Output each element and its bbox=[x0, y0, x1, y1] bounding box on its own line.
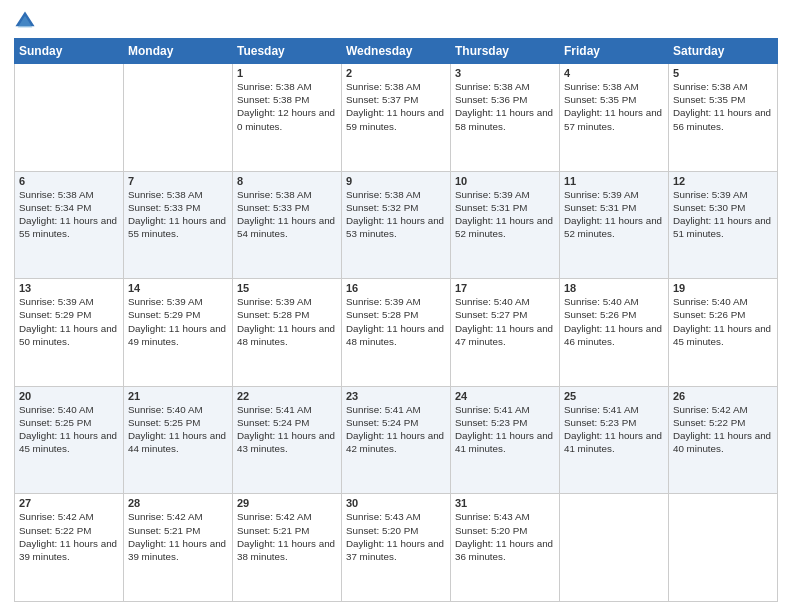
day-info: Sunrise: 5:42 AMSunset: 5:21 PMDaylight:… bbox=[237, 510, 337, 563]
day-number: 19 bbox=[673, 282, 773, 294]
calendar-cell: 21Sunrise: 5:40 AMSunset: 5:25 PMDayligh… bbox=[124, 386, 233, 494]
day-info: Sunrise: 5:39 AMSunset: 5:30 PMDaylight:… bbox=[673, 188, 773, 241]
calendar-week-5: 27Sunrise: 5:42 AMSunset: 5:22 PMDayligh… bbox=[15, 494, 778, 602]
day-info: Sunrise: 5:39 AMSunset: 5:31 PMDaylight:… bbox=[455, 188, 555, 241]
day-number: 15 bbox=[237, 282, 337, 294]
calendar-cell: 22Sunrise: 5:41 AMSunset: 5:24 PMDayligh… bbox=[233, 386, 342, 494]
day-info: Sunrise: 5:38 AMSunset: 5:35 PMDaylight:… bbox=[673, 80, 773, 133]
day-number: 18 bbox=[564, 282, 664, 294]
calendar-cell: 3Sunrise: 5:38 AMSunset: 5:36 PMDaylight… bbox=[451, 64, 560, 172]
calendar-cell: 6Sunrise: 5:38 AMSunset: 5:34 PMDaylight… bbox=[15, 171, 124, 279]
day-info: Sunrise: 5:38 AMSunset: 5:33 PMDaylight:… bbox=[237, 188, 337, 241]
calendar-cell: 27Sunrise: 5:42 AMSunset: 5:22 PMDayligh… bbox=[15, 494, 124, 602]
day-number: 11 bbox=[564, 175, 664, 187]
day-info: Sunrise: 5:43 AMSunset: 5:20 PMDaylight:… bbox=[455, 510, 555, 563]
day-info: Sunrise: 5:40 AMSunset: 5:25 PMDaylight:… bbox=[128, 403, 228, 456]
day-number: 26 bbox=[673, 390, 773, 402]
day-number: 30 bbox=[346, 497, 446, 509]
day-info: Sunrise: 5:42 AMSunset: 5:22 PMDaylight:… bbox=[673, 403, 773, 456]
day-info: Sunrise: 5:38 AMSunset: 5:37 PMDaylight:… bbox=[346, 80, 446, 133]
day-number: 21 bbox=[128, 390, 228, 402]
logo bbox=[14, 10, 40, 32]
day-number: 6 bbox=[19, 175, 119, 187]
calendar-cell: 7Sunrise: 5:38 AMSunset: 5:33 PMDaylight… bbox=[124, 171, 233, 279]
calendar-cell: 10Sunrise: 5:39 AMSunset: 5:31 PMDayligh… bbox=[451, 171, 560, 279]
day-number: 24 bbox=[455, 390, 555, 402]
calendar-cell: 24Sunrise: 5:41 AMSunset: 5:23 PMDayligh… bbox=[451, 386, 560, 494]
day-info: Sunrise: 5:43 AMSunset: 5:20 PMDaylight:… bbox=[346, 510, 446, 563]
day-number: 25 bbox=[564, 390, 664, 402]
page: SundayMondayTuesdayWednesdayThursdayFrid… bbox=[0, 0, 792, 612]
calendar-cell: 2Sunrise: 5:38 AMSunset: 5:37 PMDaylight… bbox=[342, 64, 451, 172]
calendar-cell: 16Sunrise: 5:39 AMSunset: 5:28 PMDayligh… bbox=[342, 279, 451, 387]
calendar-cell: 30Sunrise: 5:43 AMSunset: 5:20 PMDayligh… bbox=[342, 494, 451, 602]
calendar-cell: 14Sunrise: 5:39 AMSunset: 5:29 PMDayligh… bbox=[124, 279, 233, 387]
day-number: 28 bbox=[128, 497, 228, 509]
day-number: 7 bbox=[128, 175, 228, 187]
day-header-sunday: Sunday bbox=[15, 39, 124, 64]
day-number: 12 bbox=[673, 175, 773, 187]
day-number: 13 bbox=[19, 282, 119, 294]
day-number: 4 bbox=[564, 67, 664, 79]
day-info: Sunrise: 5:38 AMSunset: 5:35 PMDaylight:… bbox=[564, 80, 664, 133]
calendar-cell: 8Sunrise: 5:38 AMSunset: 5:33 PMDaylight… bbox=[233, 171, 342, 279]
day-info: Sunrise: 5:40 AMSunset: 5:26 PMDaylight:… bbox=[564, 295, 664, 348]
calendar-cell: 25Sunrise: 5:41 AMSunset: 5:23 PMDayligh… bbox=[560, 386, 669, 494]
day-info: Sunrise: 5:40 AMSunset: 5:25 PMDaylight:… bbox=[19, 403, 119, 456]
calendar-week-2: 6Sunrise: 5:38 AMSunset: 5:34 PMDaylight… bbox=[15, 171, 778, 279]
calendar-header-row: SundayMondayTuesdayWednesdayThursdayFrid… bbox=[15, 39, 778, 64]
calendar-table: SundayMondayTuesdayWednesdayThursdayFrid… bbox=[14, 38, 778, 602]
calendar-week-1: 1Sunrise: 5:38 AMSunset: 5:38 PMDaylight… bbox=[15, 64, 778, 172]
calendar-week-4: 20Sunrise: 5:40 AMSunset: 5:25 PMDayligh… bbox=[15, 386, 778, 494]
calendar-cell: 26Sunrise: 5:42 AMSunset: 5:22 PMDayligh… bbox=[669, 386, 778, 494]
calendar-cell: 5Sunrise: 5:38 AMSunset: 5:35 PMDaylight… bbox=[669, 64, 778, 172]
day-info: Sunrise: 5:41 AMSunset: 5:23 PMDaylight:… bbox=[564, 403, 664, 456]
day-number: 29 bbox=[237, 497, 337, 509]
day-header-wednesday: Wednesday bbox=[342, 39, 451, 64]
day-info: Sunrise: 5:38 AMSunset: 5:36 PMDaylight:… bbox=[455, 80, 555, 133]
day-header-friday: Friday bbox=[560, 39, 669, 64]
calendar-cell: 15Sunrise: 5:39 AMSunset: 5:28 PMDayligh… bbox=[233, 279, 342, 387]
day-info: Sunrise: 5:39 AMSunset: 5:28 PMDaylight:… bbox=[346, 295, 446, 348]
day-info: Sunrise: 5:39 AMSunset: 5:29 PMDaylight:… bbox=[128, 295, 228, 348]
day-info: Sunrise: 5:38 AMSunset: 5:38 PMDaylight:… bbox=[237, 80, 337, 133]
day-header-saturday: Saturday bbox=[669, 39, 778, 64]
day-number: 10 bbox=[455, 175, 555, 187]
day-number: 8 bbox=[237, 175, 337, 187]
calendar-cell: 20Sunrise: 5:40 AMSunset: 5:25 PMDayligh… bbox=[15, 386, 124, 494]
day-number: 23 bbox=[346, 390, 446, 402]
day-header-monday: Monday bbox=[124, 39, 233, 64]
day-info: Sunrise: 5:39 AMSunset: 5:28 PMDaylight:… bbox=[237, 295, 337, 348]
day-number: 1 bbox=[237, 67, 337, 79]
day-info: Sunrise: 5:41 AMSunset: 5:23 PMDaylight:… bbox=[455, 403, 555, 456]
day-info: Sunrise: 5:41 AMSunset: 5:24 PMDaylight:… bbox=[346, 403, 446, 456]
calendar-cell bbox=[560, 494, 669, 602]
calendar-cell: 23Sunrise: 5:41 AMSunset: 5:24 PMDayligh… bbox=[342, 386, 451, 494]
calendar-cell: 13Sunrise: 5:39 AMSunset: 5:29 PMDayligh… bbox=[15, 279, 124, 387]
day-info: Sunrise: 5:42 AMSunset: 5:21 PMDaylight:… bbox=[128, 510, 228, 563]
day-number: 16 bbox=[346, 282, 446, 294]
calendar-cell bbox=[124, 64, 233, 172]
calendar-cell: 17Sunrise: 5:40 AMSunset: 5:27 PMDayligh… bbox=[451, 279, 560, 387]
day-number: 9 bbox=[346, 175, 446, 187]
calendar-cell: 19Sunrise: 5:40 AMSunset: 5:26 PMDayligh… bbox=[669, 279, 778, 387]
day-info: Sunrise: 5:40 AMSunset: 5:26 PMDaylight:… bbox=[673, 295, 773, 348]
day-info: Sunrise: 5:39 AMSunset: 5:31 PMDaylight:… bbox=[564, 188, 664, 241]
day-info: Sunrise: 5:41 AMSunset: 5:24 PMDaylight:… bbox=[237, 403, 337, 456]
day-info: Sunrise: 5:39 AMSunset: 5:29 PMDaylight:… bbox=[19, 295, 119, 348]
calendar-cell: 12Sunrise: 5:39 AMSunset: 5:30 PMDayligh… bbox=[669, 171, 778, 279]
day-number: 14 bbox=[128, 282, 228, 294]
day-header-tuesday: Tuesday bbox=[233, 39, 342, 64]
day-info: Sunrise: 5:38 AMSunset: 5:32 PMDaylight:… bbox=[346, 188, 446, 241]
day-number: 31 bbox=[455, 497, 555, 509]
day-number: 20 bbox=[19, 390, 119, 402]
calendar-cell: 29Sunrise: 5:42 AMSunset: 5:21 PMDayligh… bbox=[233, 494, 342, 602]
calendar-cell bbox=[669, 494, 778, 602]
day-header-thursday: Thursday bbox=[451, 39, 560, 64]
day-info: Sunrise: 5:38 AMSunset: 5:34 PMDaylight:… bbox=[19, 188, 119, 241]
day-info: Sunrise: 5:42 AMSunset: 5:22 PMDaylight:… bbox=[19, 510, 119, 563]
day-number: 27 bbox=[19, 497, 119, 509]
calendar-cell: 9Sunrise: 5:38 AMSunset: 5:32 PMDaylight… bbox=[342, 171, 451, 279]
day-number: 17 bbox=[455, 282, 555, 294]
day-number: 5 bbox=[673, 67, 773, 79]
